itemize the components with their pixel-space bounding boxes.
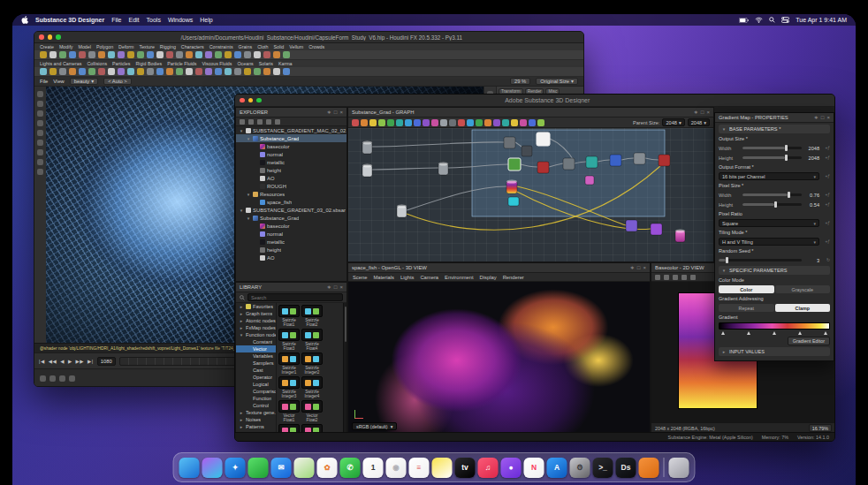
gradient-key-handle[interactable] (773, 331, 776, 335)
dock-tv[interactable]: tv (455, 458, 476, 478)
auto-update-control[interactable]: < Auto > (103, 78, 132, 85)
shelf-tool-icon[interactable] (254, 68, 261, 75)
library-search-input[interactable] (247, 293, 343, 301)
shelf-tool-icon[interactable] (118, 68, 125, 75)
graph-node[interactable] (537, 162, 549, 173)
close-icon[interactable]: × (706, 110, 710, 115)
houdini-menu-file[interactable]: File (40, 79, 48, 84)
shelf-tool-icon[interactable] (79, 51, 86, 58)
tree-item-comparison[interactable]: Comparison (236, 388, 276, 395)
image-size-dropdown[interactable]: Original Size▾ (536, 78, 578, 85)
section-base-parameters[interactable]: ▾BASE PARAMETERS * (719, 125, 830, 133)
shelf-tab-collisions[interactable]: Collisions (87, 61, 107, 66)
graph-canvas[interactable] (348, 128, 713, 261)
pin-icon[interactable]: ∗ (327, 110, 331, 115)
chevron-right-icon[interactable]: ▸ (239, 318, 244, 323)
menu-windows[interactable]: Windows (168, 17, 193, 23)
tiling-icon[interactable] (664, 275, 669, 280)
dock-maps[interactable] (294, 458, 315, 478)
tool-icon[interactable] (37, 140, 43, 146)
shelf-tab-polygon[interactable]: Polygon (96, 44, 113, 49)
graph-node-button[interactable] (440, 119, 447, 126)
tool-icon[interactable] (37, 101, 43, 107)
channels-icon[interactable] (673, 275, 678, 280)
shelf-tool-icon[interactable] (215, 51, 222, 58)
shelf-tool-icon[interactable] (244, 51, 251, 58)
fast-forward-button[interactable]: ▶▶ (76, 359, 84, 364)
dock-substance-designer[interactable]: Ds (616, 458, 636, 478)
shelf-tool-icon[interactable] (69, 51, 76, 58)
tree-item-graph-items[interactable]: ▸Graph items (236, 310, 276, 317)
function-icon[interactable]: +ƒ (822, 193, 830, 197)
tree-item-ao[interactable]: AO (236, 254, 346, 261)
minimize-button[interactable] (248, 98, 254, 103)
function-icon[interactable]: +ƒ (822, 146, 830, 150)
addressing-repeat-button[interactable]: Repeat (719, 304, 774, 312)
graph-node-button[interactable] (396, 119, 403, 126)
graph-node-button[interactable] (369, 119, 377, 126)
tree-item-control[interactable]: Control (236, 402, 276, 409)
graph-node[interactable] (610, 155, 621, 166)
shelf-tool-icon[interactable] (254, 51, 261, 58)
shelf-tool-icon[interactable] (156, 68, 164, 75)
section-input-values[interactable]: ▸INPUT VALUES (719, 347, 830, 356)
render-pass-dropdown[interactable]: beauty▾ (70, 78, 98, 85)
color-mode-grayscale-button[interactable]: Grayscale (775, 285, 831, 293)
tree-item-vector[interactable]: Vector (236, 345, 276, 352)
chevron-down-icon[interactable]: ▾ (246, 192, 251, 197)
clock[interactable]: Tue Apr 1 9:41 AM (796, 17, 847, 23)
dock-music[interactable]: ♫ (478, 458, 499, 478)
function-icon[interactable]: +ƒ (822, 174, 830, 178)
shelf-tool-icon[interactable] (176, 51, 183, 58)
search-icon[interactable] (769, 17, 775, 23)
tree-item-samplers[interactable]: Samplers (236, 360, 276, 367)
float-icon[interactable]: □ (334, 284, 338, 290)
tiling-mode-dropdown[interactable]: H and V Tiling▾ (719, 238, 819, 246)
function-icon[interactable]: ↻ (822, 258, 830, 262)
shelf-tool-icon[interactable] (263, 51, 270, 58)
shelf-tool-icon[interactable] (147, 68, 154, 75)
tree-item-resources[interactable]: ▾Resources (236, 190, 346, 198)
dock-facetime[interactable]: ✆ (340, 458, 361, 478)
library-node-vector-float1[interactable]: Vector Float1 (278, 400, 300, 422)
shelf-tool-icon[interactable] (225, 68, 232, 75)
tool-icon[interactable] (37, 169, 43, 175)
chevron-right-icon[interactable]: ▸ (239, 424, 244, 429)
graph-node-button[interactable] (502, 119, 509, 126)
pixel-width-slider[interactable] (742, 193, 802, 196)
shelf-tab-deform[interactable]: Deform (118, 44, 133, 49)
tree-item-function-nodes[interactable]: ▾Function nodes (236, 331, 276, 338)
instance-size-dropdown[interactable]: 2048▾ (688, 118, 710, 126)
tool-icon[interactable] (37, 120, 43, 126)
shelf-tab-modify[interactable]: Modify (59, 44, 73, 49)
dock-reminders[interactable]: ≡ (409, 458, 430, 478)
tree-item-substance-grad[interactable]: ▾Substance_Grad (236, 214, 346, 222)
shelf-tool-icon[interactable] (127, 51, 134, 58)
shelf-tab-lights-and-cameras[interactable]: Lights and Cameras (40, 61, 81, 66)
bottom-tool-icon[interactable] (40, 375, 46, 382)
step-back-button[interactable]: ◀ (60, 359, 65, 364)
tool-icon[interactable] (37, 91, 43, 97)
graph-node-button[interactable] (520, 119, 527, 126)
shelf-tool-icon[interactable] (88, 68, 95, 75)
dock-news[interactable]: N (524, 458, 544, 478)
graph-node[interactable] (508, 197, 519, 206)
float-icon[interactable]: □ (637, 265, 641, 270)
close-icon[interactable]: × (339, 284, 343, 290)
dock-siri[interactable] (202, 458, 223, 478)
minimize-button[interactable] (48, 34, 53, 40)
shelf-tool-icon[interactable] (225, 51, 232, 58)
float-icon[interactable]: □ (701, 110, 704, 115)
tree-item-logical[interactable]: Logical (236, 381, 276, 388)
shelf-tool-icon[interactable] (59, 68, 66, 75)
close-button[interactable] (39, 34, 44, 40)
shelf-tool-icon[interactable] (79, 68, 86, 75)
view3d-menu-camera[interactable]: Camera (420, 275, 438, 280)
library-node-swizzle-integer1[interactable]: Swizzle Integer1 (278, 352, 300, 375)
pixel-ratio-dropdown[interactable]: Square▾ (719, 219, 819, 227)
random-seed-slider[interactable] (719, 259, 802, 261)
shelf-tab-particle-fluids[interactable]: Particle Fluids (167, 61, 196, 66)
shelf-tool-icon[interactable] (205, 51, 212, 58)
shelf-tool-icon[interactable] (273, 51, 280, 58)
shelf-tool-icon[interactable] (176, 68, 183, 75)
